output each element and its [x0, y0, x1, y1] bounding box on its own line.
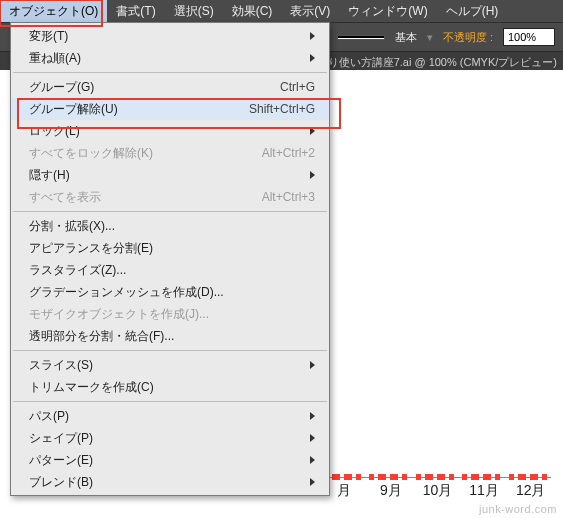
menu-item-label: すべてを表示 [29, 189, 262, 206]
menu-item-label: 透明部分を分割・統合(F)... [29, 328, 315, 345]
chevron-right-icon [310, 171, 315, 179]
menu-item-label: ラスタライズ(Z)... [29, 262, 315, 279]
chevron-right-icon [310, 412, 315, 420]
menu-item-label: ブレンド(B) [29, 474, 304, 491]
menu-item[interactable]: パターン(E) [11, 449, 329, 471]
menu-item-label: パス(P) [29, 408, 304, 425]
menu-item-label: グループ(G) [29, 79, 280, 96]
menu-item: すべてをロック解除(K)Alt+Ctrl+2 [11, 142, 329, 164]
menu-item-label: モザイクオブジェクトを作成(J)... [29, 306, 315, 323]
chevron-right-icon [310, 54, 315, 62]
menu-item-label: 変形(T) [29, 28, 304, 45]
menu-select[interactable]: 選択(S) [165, 0, 223, 22]
menu-item: すべてを表示Alt+Ctrl+3 [11, 186, 329, 208]
x-tick-label: 9月 [371, 482, 412, 500]
menu-separator [13, 211, 327, 212]
x-tick-label: 12月 [510, 482, 551, 500]
x-tick-label: 10月 [417, 482, 458, 500]
menu-item[interactable]: 重ね順(A) [11, 47, 329, 69]
menu-item[interactable]: グラデーションメッシュを作成(D)... [11, 281, 329, 303]
menu-label: ウィンドウ(W) [348, 4, 427, 18]
watermark: junk-word.com [479, 503, 557, 515]
menu-item-label: 重ね順(A) [29, 50, 304, 67]
chevron-right-icon [310, 434, 315, 442]
menu-item[interactable]: ロック(L) [11, 120, 329, 142]
x-tick-label: 月 [324, 482, 365, 500]
chevron-right-icon [310, 127, 315, 135]
menu-label: 選択(S) [174, 4, 214, 18]
menu-item[interactable]: パス(P) [11, 405, 329, 427]
menu-item-label: 分割・拡張(X)... [29, 218, 315, 235]
chevron-right-icon [310, 478, 315, 486]
menu-window[interactable]: ウィンドウ(W) [339, 0, 436, 22]
opacity-label: 不透明度 : [439, 30, 497, 45]
menu-item[interactable]: 透明部分を分割・統合(F)... [11, 325, 329, 347]
menu-item-shortcut: Alt+Ctrl+2 [262, 146, 315, 160]
menu-separator [13, 350, 327, 351]
menu-item[interactable]: 分割・拡張(X)... [11, 215, 329, 237]
x-axis-labels: 月9月10月11月12月 [320, 482, 551, 500]
menu-item-label: シェイプ(P) [29, 430, 304, 447]
bar-chart[interactable] [320, 102, 551, 478]
document-tab[interactable]: り使い方講座7.ai @ 100% (CMYK/プレビュー) [328, 55, 557, 70]
menu-item[interactable]: アピアランスを分割(E) [11, 237, 329, 259]
menu-item[interactable]: 隠す(H) [11, 164, 329, 186]
menu-item-label: グループ解除(U) [29, 101, 249, 118]
menu-item: モザイクオブジェクトを作成(J)... [11, 303, 329, 325]
chevron-right-icon [310, 32, 315, 40]
menu-item[interactable]: シェイプ(P) [11, 427, 329, 449]
menu-item[interactable]: ブレンド(B) [11, 471, 329, 493]
stroke-preview[interactable] [337, 35, 385, 40]
object-dropdown-menu[interactable]: 変形(T)重ね順(A)グループ(G)Ctrl+Gグループ解除(U)Shift+C… [10, 22, 330, 496]
menu-item[interactable]: グループ解除(U)Shift+Ctrl+G [11, 98, 329, 120]
chevron-right-icon [310, 361, 315, 369]
menu-item[interactable]: グループ(G)Ctrl+G [11, 76, 329, 98]
menu-item-label: ロック(L) [29, 123, 304, 140]
menu-help[interactable]: ヘルプ(H) [437, 0, 508, 22]
menu-item-label: スライス(S) [29, 357, 304, 374]
menu-item[interactable]: トリムマークを作成(C) [11, 376, 329, 398]
menu-item-label: 隠す(H) [29, 167, 304, 184]
menu-separator [13, 401, 327, 402]
menu-label: 効果(C) [232, 4, 273, 18]
opacity-field[interactable]: 100% [503, 28, 555, 46]
menu-item-label: パターン(E) [29, 452, 304, 469]
menubar: オブジェクト(O) 書式(T) 選択(S) 効果(C) 表示(V) ウィンドウ(… [0, 0, 563, 22]
menu-label: 書式(T) [116, 4, 155, 18]
menu-item-label: すべてをロック解除(K) [29, 145, 262, 162]
menu-item-shortcut: Shift+Ctrl+G [249, 102, 315, 116]
menu-view[interactable]: 表示(V) [281, 0, 339, 22]
menu-item-label: グラデーションメッシュを作成(D)... [29, 284, 315, 301]
menu-item[interactable]: スライス(S) [11, 354, 329, 376]
menu-format[interactable]: 書式(T) [107, 0, 164, 22]
x-tick-label: 11月 [464, 482, 505, 500]
menu-item-shortcut: Ctrl+G [280, 80, 315, 94]
menu-item-shortcut: Alt+Ctrl+3 [262, 190, 315, 204]
menu-item-label: アピアランスを分割(E) [29, 240, 315, 257]
menu-label: 表示(V) [290, 4, 330, 18]
menu-label: オブジェクト(O) [9, 4, 98, 18]
menu-label: ヘルプ(H) [446, 4, 499, 18]
menu-effect[interactable]: 効果(C) [223, 0, 282, 22]
stroke-style-label: 基本 [391, 30, 421, 45]
chevron-right-icon [310, 456, 315, 464]
menu-object[interactable]: オブジェクト(O) [0, 0, 107, 22]
menu-separator [13, 72, 327, 73]
menu-item[interactable]: 変形(T) [11, 25, 329, 47]
menu-item-label: トリムマークを作成(C) [29, 379, 315, 396]
menu-item[interactable]: ラスタライズ(Z)... [11, 259, 329, 281]
